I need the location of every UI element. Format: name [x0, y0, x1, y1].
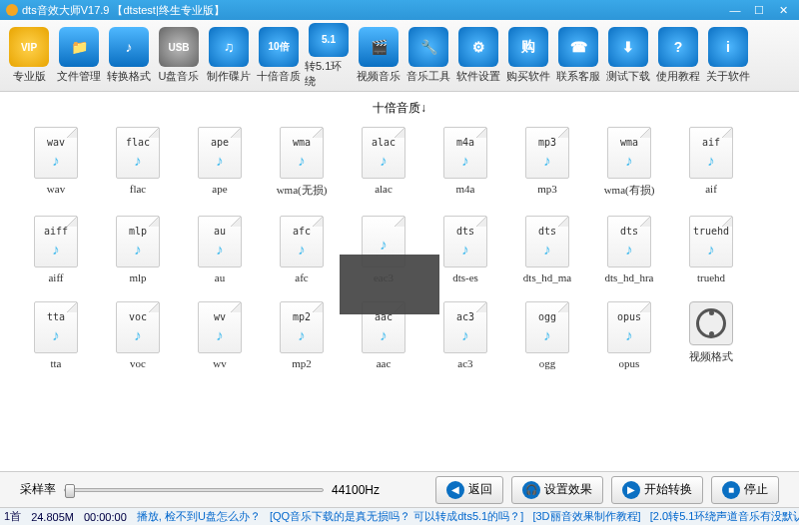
- toolbar-文件管理[interactable]: 📁文件管理: [54, 22, 104, 90]
- file-icon: opus♪: [607, 301, 651, 353]
- format-aiff[interactable]: aiff♪aiff: [30, 216, 82, 283]
- stop-icon: ■: [722, 481, 740, 499]
- format-opus[interactable]: opus♪opus: [603, 301, 655, 369]
- file-label: aif: [705, 183, 717, 195]
- file-icon: mp2♪: [280, 301, 324, 353]
- format-ape[interactable]: ape♪ape: [194, 127, 246, 198]
- video-format[interactable]: 视频格式: [685, 301, 737, 369]
- 转5.1环绕-icon: 5.1: [309, 23, 349, 57]
- toolbar-label: 音乐工具: [406, 69, 450, 84]
- film-reel-icon: [689, 301, 733, 345]
- format-aif[interactable]: aif♪aif: [685, 127, 737, 198]
- 制作碟片-icon: ♫: [209, 27, 249, 67]
- toolbar-制作碟片[interactable]: ♫制作碟片: [204, 22, 254, 90]
- toolbar-使用教程[interactable]: ?使用教程: [653, 22, 703, 90]
- file-label: dts_hd_ma: [523, 271, 571, 283]
- toolbar-label: 十倍音质: [257, 69, 301, 84]
- file-icon: wma♪: [280, 127, 324, 179]
- 联系客服-icon: ☎: [558, 27, 598, 67]
- toolbar-转换格式[interactable]: ♪转换格式: [104, 22, 154, 90]
- app-icon: [6, 4, 18, 16]
- maximize-button[interactable]: ☐: [749, 3, 769, 17]
- format-truehd[interactable]: truehd♪truehd: [685, 216, 737, 283]
- 转换格式-icon: ♪: [109, 27, 149, 67]
- status-link[interactable]: [QQ音乐下载的是真无损吗？ 可以转成dts5.1的吗？]: [270, 510, 523, 522]
- format-wma(无损)[interactable]: wma♪wma(无损): [276, 127, 328, 198]
- section-title: 十倍音质↓: [20, 96, 779, 121]
- file-icon: dts♪: [443, 216, 487, 267]
- 视频音乐-icon: 🎬: [359, 27, 399, 67]
- file-icon: tta♪: [34, 301, 78, 353]
- status-link[interactable]: [2.0转5.1环绕声道音乐有没默认的调整方案？]: [650, 510, 799, 522]
- format-dts-es[interactable]: dts♪dts-es: [439, 216, 491, 283]
- file-icon: m4a♪: [443, 127, 487, 179]
- file-label: flac: [130, 183, 146, 195]
- effect-button[interactable]: 🎧设置效果: [511, 476, 603, 504]
- toolbar-专业版[interactable]: VIP专业版: [4, 22, 54, 90]
- file-label: dts-es: [452, 271, 478, 283]
- file-label: ogg: [539, 357, 556, 369]
- file-label: ape: [212, 183, 227, 195]
- samplerate-slider[interactable]: [64, 488, 324, 492]
- close-button[interactable]: ✕: [773, 3, 793, 17]
- toolbar-购买软件[interactable]: 购购买软件: [503, 22, 553, 90]
- file-label: voc: [130, 357, 146, 369]
- format-dts_hd_ma[interactable]: dts♪dts_hd_ma: [521, 216, 573, 283]
- status-count: 1首: [4, 509, 21, 524]
- file-label: m4a: [456, 183, 475, 195]
- format-ac3[interactable]: ac3♪ac3: [439, 301, 491, 369]
- format-m4a[interactable]: m4a♪m4a: [439, 127, 491, 198]
- format-grid: wav♪wavflac♪flacape♪apewma♪wma(无损)alac♪a…: [20, 121, 779, 375]
- format-ogg[interactable]: ogg♪ogg: [521, 301, 573, 369]
- format-wv[interactable]: wv♪wv: [194, 301, 246, 369]
- toolbar-测试下载[interactable]: ⬇测试下载: [603, 22, 653, 90]
- file-icon: aiff♪: [34, 216, 78, 267]
- format-wav[interactable]: wav♪wav: [30, 127, 82, 198]
- status-link[interactable]: 播放, 检不到U盘怎么办？: [137, 510, 261, 522]
- format-voc[interactable]: voc♪voc: [112, 301, 164, 369]
- format-mlp[interactable]: mlp♪mlp: [112, 216, 164, 283]
- 音乐工具-icon: 🔧: [408, 27, 448, 67]
- format-afc[interactable]: afc♪afc: [276, 216, 328, 283]
- back-button[interactable]: ◀返回: [435, 476, 503, 504]
- file-icon: ac3♪: [443, 301, 487, 353]
- file-label: alac: [375, 183, 393, 195]
- format-mp2[interactable]: mp2♪mp2: [276, 301, 328, 369]
- 关于软件-icon: i: [708, 27, 748, 67]
- 测试下载-icon: ⬇: [608, 27, 648, 67]
- toolbar-label: 关于软件: [706, 69, 750, 84]
- toolbar-软件设置[interactable]: ⚙软件设置: [453, 22, 503, 90]
- start-button[interactable]: ▶开始转换: [611, 476, 703, 504]
- format-au[interactable]: au♪au: [194, 216, 246, 283]
- format-mp3[interactable]: mp3♪mp3: [521, 127, 573, 198]
- toolbar-转5.1环绕[interactable]: 5.1转5.1环绕: [304, 22, 354, 90]
- file-icon: voc♪: [116, 301, 160, 353]
- toolbar-关于软件[interactable]: i关于软件: [703, 22, 753, 90]
- file-icon: wav♪: [34, 127, 78, 179]
- toolbar-十倍音质[interactable]: 10倍十倍音质: [254, 22, 304, 90]
- 使用教程-icon: ?: [658, 27, 698, 67]
- toolbar-视频音乐[interactable]: 🎬视频音乐: [354, 22, 403, 90]
- file-label: mp3: [537, 183, 557, 195]
- format-alac[interactable]: alac♪alac: [358, 127, 409, 198]
- file-icon: wv♪: [198, 301, 242, 353]
- slider-thumb[interactable]: [65, 484, 75, 498]
- U盘音乐-icon: USB: [159, 27, 199, 67]
- format-dts_hd_hra[interactable]: dts♪dts_hd_hra: [603, 216, 655, 283]
- 文件管理-icon: 📁: [59, 27, 99, 67]
- status-link[interactable]: [3D丽音效果制作教程]: [532, 510, 640, 522]
- 十倍音质-icon: 10倍: [259, 27, 299, 67]
- toolbar-联系客服[interactable]: ☎联系客服: [553, 22, 603, 90]
- play-icon: ▶: [622, 481, 640, 499]
- preview-overlay: [340, 255, 439, 314]
- minimize-button[interactable]: —: [725, 3, 745, 17]
- toolbar-U盘音乐[interactable]: USBU盘音乐: [154, 22, 204, 90]
- format-flac[interactable]: flac♪flac: [112, 127, 164, 198]
- file-label: opus: [619, 357, 640, 369]
- stop-button[interactable]: ■停止: [711, 476, 779, 504]
- toolbar-音乐工具[interactable]: 🔧音乐工具: [403, 22, 453, 90]
- format-tta[interactable]: tta♪tta: [30, 301, 82, 369]
- toolbar-label: 使用教程: [656, 69, 700, 84]
- file-label: mp2: [292, 357, 312, 369]
- format-wma(有损)[interactable]: wma♪wma(有损): [603, 127, 655, 198]
